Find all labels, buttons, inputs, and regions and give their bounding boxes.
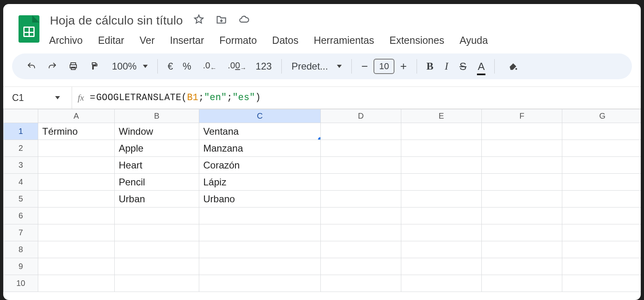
cell-D1[interactable] <box>321 123 401 140</box>
cell-C1[interactable]: Ventana <box>199 123 321 140</box>
cell-G2[interactable] <box>562 140 641 157</box>
format-currency-button[interactable]: € <box>167 61 173 72</box>
cell-F4[interactable] <box>482 174 562 191</box>
cell-D3[interactable] <box>321 157 401 174</box>
cell-D7[interactable] <box>321 224 401 241</box>
menu-herramientas[interactable]: Herramientas <box>314 35 374 46</box>
menu-archivo[interactable]: Archivo <box>49 35 83 46</box>
cell-F8[interactable] <box>482 241 562 258</box>
cell-C10[interactable] <box>199 275 321 292</box>
font-size-increase-button[interactable]: + <box>400 60 407 73</box>
cell-B3[interactable]: Heart <box>115 157 199 174</box>
cell-B7[interactable] <box>115 224 199 241</box>
cell-G7[interactable] <box>562 224 641 241</box>
row-header-7[interactable]: 7 <box>4 224 38 241</box>
cell-C5[interactable]: Urbano <box>199 191 321 208</box>
redo-button[interactable] <box>43 58 61 75</box>
menu-insertar[interactable]: Insertar <box>170 35 204 46</box>
menu-extensiones[interactable]: Extensiones <box>389 35 444 46</box>
cell-E8[interactable] <box>401 241 482 258</box>
cell-C8[interactable] <box>199 241 321 258</box>
cell-B5[interactable]: Urban <box>115 191 199 208</box>
menu-ayuda[interactable]: Ayuda <box>460 35 488 46</box>
select-all-corner[interactable] <box>4 109 38 123</box>
row-header-8[interactable]: 8 <box>4 241 38 258</box>
cell-E7[interactable] <box>401 224 482 241</box>
row-header-6[interactable]: 6 <box>4 208 38 224</box>
cell-A1[interactable]: Término <box>38 123 115 140</box>
paint-format-button[interactable] <box>85 58 103 75</box>
row-header-4[interactable]: 4 <box>4 174 38 191</box>
cell-G3[interactable] <box>562 157 641 174</box>
name-box[interactable]: C1 <box>3 92 72 103</box>
row-header-1[interactable]: 1 <box>4 123 38 140</box>
fill-color-button[interactable] <box>504 58 522 75</box>
cell-F3[interactable] <box>482 157 562 174</box>
cell-B6[interactable] <box>115 208 199 224</box>
text-color-button[interactable]: A <box>478 60 485 73</box>
move-to-folder-icon[interactable] <box>216 14 227 28</box>
strikethrough-button[interactable]: S <box>460 60 466 73</box>
cell-F10[interactable] <box>482 275 562 292</box>
cell-F7[interactable] <box>482 224 562 241</box>
more-formats-button[interactable]: 123 <box>256 61 272 72</box>
cell-C3[interactable]: Corazón <box>199 157 321 174</box>
font-size-input[interactable]: 10 <box>374 59 394 74</box>
cell-A7[interactable] <box>38 224 115 241</box>
cell-G8[interactable] <box>562 241 641 258</box>
cell-E5[interactable] <box>401 191 482 208</box>
cell-E6[interactable] <box>401 208 482 224</box>
col-header-E[interactable]: E <box>401 109 482 123</box>
cell-E10[interactable] <box>401 275 482 292</box>
cell-F6[interactable] <box>482 208 562 224</box>
cell-E9[interactable] <box>401 258 482 275</box>
cell-A6[interactable] <box>38 208 115 224</box>
cell-C2[interactable]: Manzana <box>199 140 321 157</box>
row-header-3[interactable]: 3 <box>4 157 38 174</box>
cell-E4[interactable] <box>401 174 482 191</box>
menu-formato[interactable]: Formato <box>219 35 257 46</box>
cell-E1[interactable] <box>401 123 482 140</box>
format-percent-button[interactable]: % <box>183 61 191 72</box>
cell-C7[interactable] <box>199 224 321 241</box>
cell-G4[interactable] <box>562 174 641 191</box>
row-header-5[interactable]: 5 <box>4 191 38 208</box>
row-header-10[interactable]: 10 <box>4 275 38 292</box>
menu-ver[interactable]: Ver <box>140 35 155 46</box>
cell-B4[interactable]: Pencil <box>115 174 199 191</box>
cell-B8[interactable] <box>115 241 199 258</box>
cell-D8[interactable] <box>321 241 401 258</box>
cell-A2[interactable] <box>38 140 115 157</box>
cell-B10[interactable] <box>115 275 199 292</box>
col-header-B[interactable]: B <box>115 109 199 123</box>
italic-button[interactable]: I <box>445 60 448 72</box>
sheets-logo-icon[interactable] <box>19 15 39 43</box>
cell-F2[interactable] <box>482 140 562 157</box>
cell-A8[interactable] <box>38 241 115 258</box>
cell-G5[interactable] <box>562 191 641 208</box>
col-header-F[interactable]: F <box>482 109 562 123</box>
cell-B1[interactable]: Window <box>115 123 199 140</box>
cell-C9[interactable] <box>199 258 321 275</box>
star-icon[interactable] <box>193 14 204 28</box>
cell-G10[interactable] <box>562 275 641 292</box>
font-family-dropdown[interactable]: Predet... <box>291 61 342 72</box>
cell-A5[interactable] <box>38 191 115 208</box>
cell-F9[interactable] <box>482 258 562 275</box>
increase-decimal-button[interactable]: .00→ <box>228 58 246 75</box>
cell-D9[interactable] <box>321 258 401 275</box>
undo-button[interactable] <box>23 58 40 75</box>
cell-A10[interactable] <box>38 275 115 292</box>
cell-A3[interactable] <box>38 157 115 174</box>
menu-editar[interactable]: Editar <box>98 35 124 46</box>
formula-input[interactable]: =GOOGLETRANSLATE(B1;"en";"es") <box>90 92 261 103</box>
row-header-2[interactable]: 2 <box>4 140 38 157</box>
cell-B9[interactable] <box>115 258 199 275</box>
menu-datos[interactable]: Datos <box>272 35 298 46</box>
decrease-decimal-button[interactable]: .0← <box>201 58 219 75</box>
cell-A9[interactable] <box>38 258 115 275</box>
cell-E2[interactable] <box>401 140 482 157</box>
cell-E3[interactable] <box>401 157 482 174</box>
col-header-D[interactable]: D <box>321 109 401 123</box>
spreadsheet-grid[interactable]: A B C D E F G 1 Término Window Ventana <box>3 109 641 292</box>
